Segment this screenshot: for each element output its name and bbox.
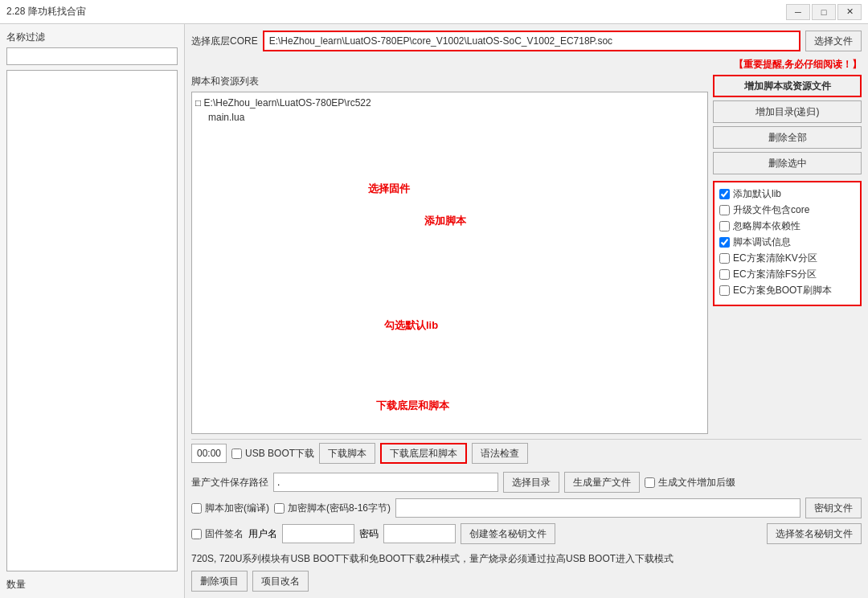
password-input[interactable]	[383, 524, 456, 543]
top-row: 选择底层CORE 选择文件	[191, 31, 862, 51]
folder-path: E:\HeZhou_learn\LuatOS-780EP\rc522	[204, 97, 371, 109]
usb-boot-check: USB BOOT下载	[231, 447, 314, 461]
delete-all-button[interactable]: 删除全部	[713, 126, 862, 149]
create-sign-button[interactable]: 创建签名秘钥文件	[461, 523, 555, 544]
mass-suffix-checkbox[interactable]	[645, 477, 655, 488]
encrypt-row: 脚本加密(编译) 加密脚本(密码8-16字节) 密钥文件	[191, 498, 862, 518]
mass-label: 量产文件保存路径	[191, 476, 268, 489]
checkbox-clear-fs-label: EC方案清除FS分区	[733, 268, 817, 281]
notice-text: 【重要提醒,务必仔细阅读！】	[734, 58, 862, 72]
mass-suffix-label: 生成文件增加后缀	[658, 476, 735, 489]
main-content: 名称过滤 数量 选择底层CORE 选择文件 【重要提醒,务必仔细阅读！】	[0, 24, 868, 598]
download-layer-button[interactable]: 下载底层和脚本	[380, 443, 467, 464]
main-window: 2.28 降功耗找合宙 ─ □ ✕ 名称过滤 数量 选择底层CORE 选择文件	[0, 0, 868, 598]
mass-path-input[interactable]	[273, 473, 498, 492]
sidebar: 名称过滤 数量	[0, 24, 185, 598]
checkbox-add-lib-label: 添加默认lib	[733, 187, 781, 201]
rename-project-button[interactable]: 项目改名	[252, 571, 309, 592]
encrypt-password-label: 加密脚本(密码8-16字节)	[288, 502, 391, 515]
filter-input[interactable]	[6, 47, 178, 65]
bottom-toolbar: 00:00 USB BOOT下载 下载脚本 下载底层和脚本 语法检查	[191, 439, 862, 467]
checkbox-no-boot: EC方案免BOOT刷脚本	[719, 284, 855, 297]
count-label: 数量	[6, 578, 178, 592]
checkbox-group: 添加默认lib 升级文件包含core 忽略脚本依赖性 脚本调试信息	[713, 181, 862, 306]
checkbox-ignore-deps-input[interactable]	[719, 221, 730, 231]
generate-mass-button[interactable]: 生成量产文件	[564, 472, 640, 493]
checkbox-include-core-input[interactable]	[719, 205, 730, 215]
select-dir-button[interactable]: 选择目录	[503, 472, 559, 493]
encrypt-password-check: 加密脚本(密码8-16字节)	[274, 502, 391, 515]
delete-project-button[interactable]: 删除项目	[191, 571, 248, 592]
folder-prefix: □	[195, 97, 204, 109]
encrypt-password-checkbox[interactable]	[274, 503, 285, 514]
minimize-button[interactable]: ─	[786, 4, 810, 20]
core-path-input[interactable]	[263, 31, 800, 51]
checkbox-ignore-deps: 忽略脚本依赖性	[719, 219, 855, 233]
usb-boot-checkbox[interactable]	[231, 448, 242, 459]
checkbox-no-boot-input[interactable]	[719, 285, 730, 296]
checkbox-clear-kv-input[interactable]	[719, 253, 730, 264]
sidebar-counts: 数量	[6, 578, 178, 592]
script-list-box: □ E:\HeZhou_learn\LuatOS-780EP\rc522 mai…	[191, 92, 708, 434]
sign-check: 固件签名	[191, 527, 244, 541]
script-list-label: 脚本和资源列表	[191, 75, 708, 88]
sign-checkbox[interactable]	[191, 529, 202, 539]
footer-buttons: 删除项目 项目改名	[191, 571, 862, 592]
checkbox-include-core-label: 升级文件包含core	[733, 203, 809, 217]
sign-label: 固件签名	[205, 527, 244, 541]
close-button[interactable]: ✕	[837, 4, 862, 20]
encrypt-compile-check: 脚本加密(编译)	[191, 502, 269, 515]
sidebar-list	[6, 70, 178, 571]
encrypt-compile-checkbox[interactable]	[191, 503, 202, 514]
checkbox-clear-kv-label: EC方案清除KV分区	[733, 252, 817, 265]
checkbox-debug-info-label: 脚本调试信息	[733, 236, 791, 249]
checkbox-debug-info: 脚本调试信息	[719, 236, 855, 249]
title-controls: ─ □ ✕	[786, 4, 862, 20]
file-item: main.lua	[195, 110, 704, 125]
sign-row: 固件签名 用户名 密码 创建签名秘钥文件 选择签名秘钥文件	[191, 523, 862, 544]
syntax-check-button[interactable]: 语法检查	[472, 443, 528, 464]
script-list-panel: 脚本和资源列表 □ E:\HeZhou_learn\LuatOS-780EP\r…	[191, 75, 708, 434]
user-input[interactable]	[282, 524, 354, 543]
mass-row: 量产文件保存路径 选择目录 生成量产文件 生成文件增加后缀	[191, 472, 862, 493]
title-bar: 2.28 降功耗找合宙 ─ □ ✕	[0, 0, 868, 24]
filter-label: 名称过滤	[6, 31, 178, 44]
add-dir-button[interactable]: 增加目录(递归)	[713, 100, 862, 123]
checkbox-include-core: 升级文件包含core	[719, 203, 855, 217]
key-file-button[interactable]: 密钥文件	[805, 498, 862, 518]
password-label: 密码	[359, 527, 379, 541]
select-file-button[interactable]: 选择文件	[805, 31, 862, 51]
footer-note: 720S, 720U系列模块有USB BOOT下载和免BOOT下载2种模式，量产…	[191, 549, 862, 566]
user-label: 用户名	[248, 527, 277, 541]
script-area: 脚本和资源列表 □ E:\HeZhou_learn\LuatOS-780EP\r…	[191, 75, 862, 434]
time-display: 00:00	[191, 444, 227, 463]
delete-selected-button[interactable]: 删除选中	[713, 152, 862, 174]
core-label: 选择底层CORE	[191, 35, 258, 48]
add-script-button[interactable]: 增加脚本或资源文件	[713, 75, 862, 97]
right-controls: 增加脚本或资源文件 增加目录(递归) 删除全部 删除选中 添加默认lib 升级文…	[713, 75, 862, 434]
encrypt-input-field[interactable]	[395, 498, 800, 518]
download-script-button[interactable]: 下载脚本	[319, 443, 375, 464]
checkbox-no-boot-label: EC方案免BOOT刷脚本	[733, 284, 832, 297]
checkbox-debug-info-input[interactable]	[719, 237, 730, 248]
usb-boot-label: USB BOOT下载	[245, 447, 314, 461]
checkbox-ignore-deps-label: 忽略脚本依赖性	[733, 219, 800, 233]
footer-note-text: 720S, 720U系列模块有USB BOOT下载和免BOOT下载2种模式，量产…	[191, 553, 674, 564]
main-panel: 选择底层CORE 选择文件 【重要提醒,务必仔细阅读！】 脚本和资源列表 □ E…	[185, 24, 868, 598]
checkbox-add-lib: 添加默认lib	[719, 187, 855, 201]
checkbox-clear-fs: EC方案清除FS分区	[719, 268, 855, 281]
maximize-button[interactable]: □	[812, 4, 836, 20]
checkbox-add-lib-input[interactable]	[719, 189, 730, 199]
checkbox-clear-fs-input[interactable]	[719, 269, 730, 280]
file-name: main.lua	[208, 112, 244, 123]
mass-suffix-check: 生成文件增加后缀	[645, 476, 735, 489]
encrypt-compile-label: 脚本加密(编译)	[205, 502, 269, 515]
window-title: 2.28 降功耗找合宙	[6, 5, 86, 18]
folder-item: □ E:\HeZhou_learn\LuatOS-780EP\rc522	[195, 96, 704, 110]
select-sign-button[interactable]: 选择签名秘钥文件	[767, 523, 862, 544]
checkbox-clear-kv: EC方案清除KV分区	[719, 252, 855, 265]
